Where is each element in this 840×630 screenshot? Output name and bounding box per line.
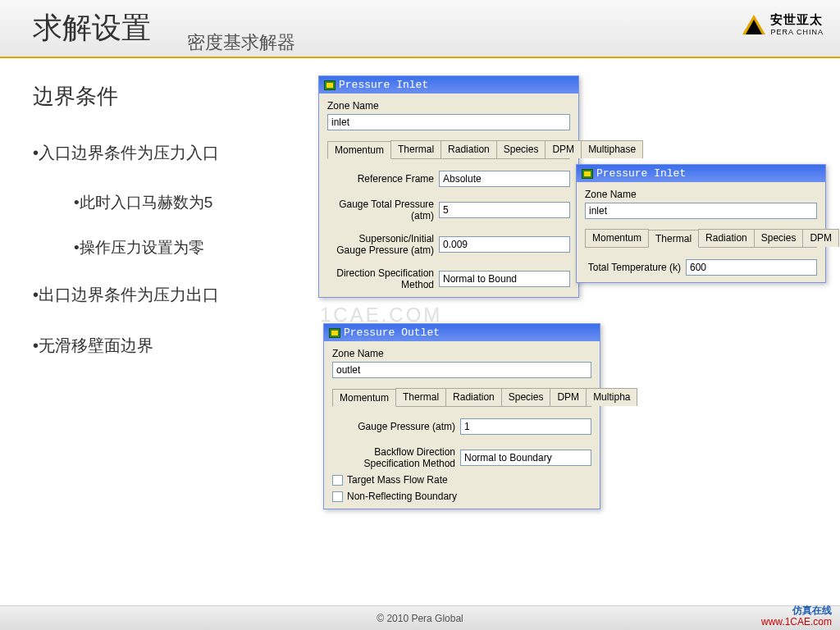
target-mass-flow-checkbox[interactable] bbox=[332, 475, 343, 486]
dialog-title: Pressure Outlet bbox=[344, 326, 440, 339]
footer-link-cn: 仿真在线 bbox=[761, 605, 832, 616]
total-temperature-input[interactable] bbox=[686, 259, 817, 276]
copyright: © 2010 Pera Global bbox=[377, 613, 463, 624]
gauge-total-pressure-label: Gauge Total Pressure (atm) bbox=[327, 199, 434, 221]
tab-radiation[interactable]: Radiation bbox=[445, 388, 502, 406]
zone-name-input[interactable] bbox=[327, 114, 570, 130]
pressure-inlet-thermal-dialog: Pressure Inlet Zone Name Momentum Therma… bbox=[576, 164, 826, 283]
dialog-titlebar[interactable]: Pressure Inlet bbox=[319, 76, 578, 94]
tab-thermal[interactable]: Thermal bbox=[648, 230, 699, 248]
supersonic-pressure-label: Supersonic/Initial Gauge Pressure (atm) bbox=[327, 233, 434, 256]
tab-dpm[interactable]: DPM bbox=[802, 229, 839, 247]
slide-header: 求解设置 密度基求解器 安世亚太 PERA CHINA bbox=[0, 0, 840, 57]
logo-cn: 安世亚太 bbox=[770, 12, 824, 28]
logo: 安世亚太 PERA CHINA bbox=[742, 12, 824, 36]
total-temperature-label: Total Temperature (k) bbox=[585, 262, 681, 273]
tab-species[interactable]: Species bbox=[501, 388, 551, 406]
zone-name-label: Zone Name bbox=[332, 348, 591, 359]
app-icon bbox=[582, 169, 593, 179]
backflow-direction-select[interactable] bbox=[460, 450, 591, 466]
tab-strip: Momentum Thermal Radiation Species DPM M… bbox=[327, 140, 570, 159]
zone-name-input[interactable] bbox=[332, 362, 591, 378]
pressure-outlet-dialog: Pressure Outlet Zone Name Momentum Therm… bbox=[323, 323, 600, 509]
dialog-title: Pressure Inlet bbox=[339, 79, 428, 91]
direction-method-label: Direction Specification Method bbox=[327, 267, 434, 290]
footer-link-url: www.1CAE.com bbox=[761, 616, 832, 628]
pressure-inlet-momentum-dialog: Pressure Inlet Zone Name Momentum Therma… bbox=[318, 75, 579, 298]
logo-en: PERA CHINA bbox=[770, 28, 824, 36]
gauge-pressure-input[interactable] bbox=[460, 418, 591, 435]
logo-triangle-icon bbox=[742, 15, 765, 34]
logo-text-block: 安世亚太 PERA CHINA bbox=[770, 12, 824, 36]
gauge-total-pressure-input[interactable] bbox=[439, 202, 570, 218]
tab-species[interactable]: Species bbox=[496, 140, 546, 158]
title-main: 求解设置 bbox=[33, 8, 151, 48]
tab-strip: Momentum Thermal Radiation Species DPM bbox=[585, 229, 817, 248]
tab-multiphase[interactable]: Multiphase bbox=[581, 140, 643, 158]
backflow-direction-label: Backflow Direction Specification Method bbox=[332, 446, 455, 469]
dialog-titlebar[interactable]: Pressure Inlet bbox=[577, 165, 825, 182]
app-icon bbox=[324, 80, 336, 90]
tab-multiphase[interactable]: Multipha bbox=[586, 388, 637, 406]
title-sub: 密度基求解器 bbox=[187, 30, 295, 55]
tab-momentum[interactable]: Momentum bbox=[332, 389, 396, 407]
tab-strip: Momentum Thermal Radiation Species DPM M… bbox=[332, 388, 591, 407]
zone-name-label: Zone Name bbox=[585, 189, 817, 200]
tab-radiation[interactable]: Radiation bbox=[698, 229, 755, 247]
footer-link-block: 仿真在线 www.1CAE.com bbox=[761, 605, 832, 628]
reference-frame-select[interactable] bbox=[439, 171, 570, 187]
zone-name-label: Zone Name bbox=[327, 100, 570, 112]
tab-thermal[interactable]: Thermal bbox=[390, 140, 441, 158]
dialog-body: Zone Name Momentum Thermal Radiation Spe… bbox=[319, 94, 578, 297]
non-reflecting-checkbox[interactable] bbox=[332, 491, 343, 502]
zone-name-input[interactable] bbox=[585, 203, 817, 219]
tab-dpm[interactable]: DPM bbox=[550, 388, 587, 406]
tab-radiation[interactable]: Radiation bbox=[441, 140, 497, 158]
dialog-titlebar[interactable]: Pressure Outlet bbox=[324, 324, 600, 341]
direction-method-select[interactable] bbox=[439, 271, 570, 287]
target-mass-flow-label: Target Mass Flow Rate bbox=[347, 474, 448, 486]
gauge-pressure-label: Gauge Pressure (atm) bbox=[332, 421, 455, 432]
tab-species[interactable]: Species bbox=[754, 229, 804, 247]
tab-momentum[interactable]: Momentum bbox=[585, 229, 649, 247]
supersonic-pressure-input[interactable] bbox=[439, 236, 570, 253]
dialog-title: Pressure Inlet bbox=[596, 167, 686, 180]
tab-momentum[interactable]: Momentum bbox=[327, 141, 391, 159]
app-icon bbox=[329, 328, 340, 338]
tab-dpm[interactable]: DPM bbox=[545, 140, 582, 158]
dialog-body: Zone Name Momentum Thermal Radiation Spe… bbox=[577, 182, 825, 282]
reference-frame-label: Reference Frame bbox=[327, 173, 434, 185]
slide-footer: © 2010 Pera Global 仿真在线 www.1CAE.com bbox=[0, 605, 840, 630]
non-reflecting-label: Non-Reflecting Boundary bbox=[347, 491, 457, 502]
dialog-body: Zone Name Momentum Thermal Radiation Spe… bbox=[324, 341, 600, 509]
tab-thermal[interactable]: Thermal bbox=[395, 388, 446, 406]
